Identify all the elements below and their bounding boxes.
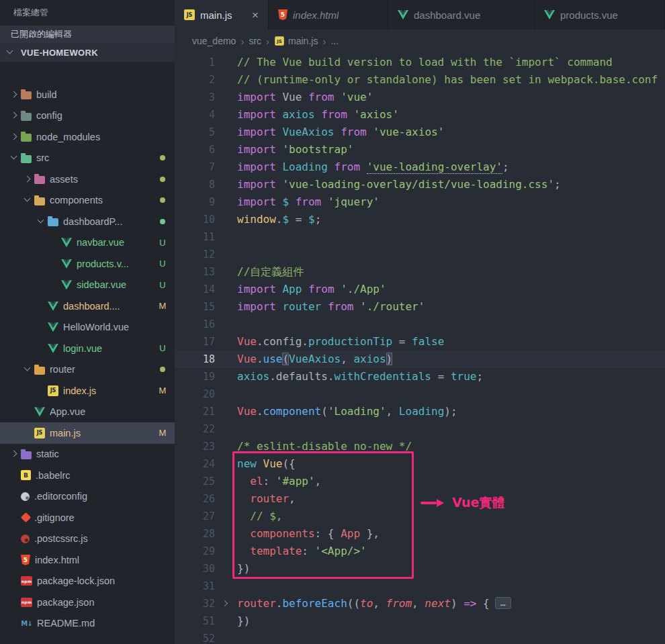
fold-column [215, 543, 237, 560]
code-line-10[interactable]: 10window.$ = $; [175, 211, 665, 228]
tree-item-dashboardP...[interactable]: dashboardP... [0, 211, 175, 232]
code-line-12[interactable]: 12 [175, 246, 665, 263]
tree-item-main.js[interactable]: JSmain.jsM [0, 422, 175, 444]
workspace-header[interactable]: VUE-HOMEWORK [0, 43, 175, 62]
tab-label: products.vue [560, 9, 618, 21]
tree-item-README.md[interactable]: M↓README.md [0, 613, 175, 635]
close-icon[interactable]: × [252, 9, 259, 21]
code-line-5[interactable]: 5import VueAxios from 'vue-axios' [175, 124, 665, 141]
open-editors-header[interactable]: 已開啟的編輯器 [0, 26, 175, 43]
code-line-31[interactable]: 31 [175, 578, 665, 595]
code-line-28[interactable]: 28 components: { App }, [175, 525, 665, 543]
code-line-7[interactable]: 7import Loading from 'vue-loading-overla… [175, 158, 665, 176]
tab-index.html[interactable]: 5index.html [269, 0, 388, 30]
code-line-6[interactable]: 6import 'bootstrap' [175, 141, 665, 158]
tree-item-.editorconfig[interactable]: .editorconfig [0, 486, 175, 508]
tree-item-.gitignore[interactable]: .gitignore [0, 507, 175, 528]
tab-dashboard.vue[interactable]: dashboard.vue [388, 0, 535, 30]
chevron-right-icon[interactable] [9, 449, 19, 459]
code-text: import Vue from 'vue' [237, 89, 373, 106]
tree-item-build[interactable]: build [0, 84, 175, 105]
chevron-down-icon[interactable] [23, 365, 32, 374]
chevron-right-icon[interactable] [9, 132, 19, 142]
code-line-4[interactable]: 4import axios from 'axios' [175, 106, 665, 124]
fold-column [215, 89, 237, 106]
line-number: 24 [175, 455, 215, 473]
code-line-29[interactable]: 29 template: '<App/>' [175, 543, 665, 560]
fold-column [215, 333, 237, 351]
code-line-22[interactable]: 22 [175, 420, 665, 438]
code-line-8[interactable]: 8import 'vue-loading-overlay/dist/vue-lo… [175, 176, 665, 193]
code-line-18[interactable]: 18Vue.use(VueAxios, axios) [175, 351, 665, 368]
chevron-down-icon[interactable] [23, 195, 32, 205]
tab-main.js[interactable]: JSmain.js× [175, 0, 269, 30]
tree-item-router[interactable]: router [0, 359, 175, 381]
breadcrumb-item-vue_demo[interactable]: vue_demo [192, 36, 236, 46]
code-line-52[interactable]: 52 [175, 630, 665, 644]
code-line-24[interactable]: 24new Vue({ [175, 455, 665, 473]
folder-icon [34, 367, 45, 375]
code-text: import 'bootstrap' [237, 141, 353, 158]
chevron-right-icon[interactable] [9, 90, 19, 99]
breadcrumb-item-...[interactable]: ... [330, 36, 339, 46]
code-line-1[interactable]: 1// The Vue build version to load with t… [175, 54, 665, 71]
tree-item-sidebar.vue[interactable]: sidebar.vueU [0, 275, 175, 296]
code-line-11[interactable]: 11 [175, 228, 665, 246]
code-line-20[interactable]: 20 [175, 385, 665, 403]
tree-item-HelloWorld.vue[interactable]: HelloWorld.vue [0, 317, 175, 338]
tree-item-login.vue[interactable]: login.vueU [0, 338, 175, 359]
chevron-spacer [9, 471, 19, 480]
tree-item-assets[interactable]: assets [0, 169, 175, 190]
tree-item-package-lock.json[interactable]: npmpackage-lock.json [0, 571, 175, 592]
tree-item-navbar.vue[interactable]: navbar.vueU [0, 232, 175, 254]
code-line-27[interactable]: 27 // $, [175, 508, 665, 525]
code-line-51[interactable]: 51}) [175, 612, 665, 630]
line-number: 11 [175, 228, 215, 246]
git-status-badge: U [157, 280, 168, 290]
code-line-15[interactable]: 15import router from './router' [175, 298, 665, 316]
file-label: router [50, 364, 75, 375]
tree-item-package.json[interactable]: npmpackage.json [0, 592, 175, 613]
code-line-9[interactable]: 9import $ from 'jquery' [175, 193, 665, 211]
code-line-17[interactable]: 17Vue.config.productionTip = false [175, 333, 665, 351]
tree-item-.postcssrc.js[interactable]: .postcssrc.js [0, 528, 175, 550]
fold-chevron-icon[interactable] [215, 595, 237, 612]
tree-item-static[interactable]: static [0, 444, 175, 465]
code-line-13[interactable]: 13//自定義組件 [175, 263, 665, 281]
tree-item-.babelrc[interactable]: B.babelrc [0, 465, 175, 486]
code-editor[interactable]: 1// The Vue build version to load with t… [175, 52, 665, 644]
line-number: 21 [175, 403, 215, 420]
vue-icon [61, 280, 72, 289]
chevron-down-icon[interactable] [9, 153, 19, 163]
code-line-32[interactable]: 32router.beforeEach((to, from, next) => … [175, 595, 665, 612]
code-line-25[interactable]: 25 el: '#app', [175, 473, 665, 490]
code-line-23[interactable]: 23/* eslint-disable no-new */ [175, 438, 665, 455]
tree-item-components[interactable]: components [0, 190, 175, 212]
chevron-right-icon[interactable] [23, 175, 32, 184]
tree-item-dashboard....[interactable]: dashboard....M [0, 295, 175, 317]
code-line-3[interactable]: 3import Vue from 'vue' [175, 89, 665, 106]
code-line-2[interactable]: 2// (runtime-only or standalone) has bee… [175, 71, 665, 89]
tab-products.vue[interactable]: products.vue [535, 0, 665, 30]
folded-code-ellipsis[interactable]: … [495, 597, 511, 609]
tree-item-products.v...[interactable]: products.v...U [0, 253, 175, 275]
vue-icon [544, 10, 555, 19]
breadcrumb-item-main.js[interactable]: JSmain.js [274, 36, 318, 46]
code-line-14[interactable]: 14import App from './App' [175, 281, 665, 298]
html-icon: 5 [278, 9, 287, 20]
code-line-21[interactable]: 21Vue.component('Loading', Loading); [175, 403, 665, 420]
tree-item-node_modules[interactable]: node_modules [0, 126, 175, 148]
file-tree: buildconfignode_modulessrcassetscomponen… [0, 84, 175, 634]
chevron-right-icon[interactable] [9, 111, 19, 120]
tree-item-index.html[interactable]: 5index.html [0, 549, 175, 571]
tree-item-config[interactable]: config [0, 105, 175, 127]
breadcrumb-item-src[interactable]: src [249, 36, 261, 46]
code-line-30[interactable]: 30}) [175, 560, 665, 578]
code-line-19[interactable]: 19axios.defaults.withCredentials = true; [175, 368, 665, 385]
chevron-down-icon[interactable] [36, 217, 46, 226]
tree-item-index.js[interactable]: JSindex.jsM [0, 380, 175, 402]
code-line-16[interactable]: 16 [175, 316, 665, 333]
tree-item-src[interactable]: src [0, 148, 175, 169]
tree-item-App.vue[interactable]: App.vue [0, 402, 175, 423]
code-line-26[interactable]: 26 router, [175, 490, 665, 508]
